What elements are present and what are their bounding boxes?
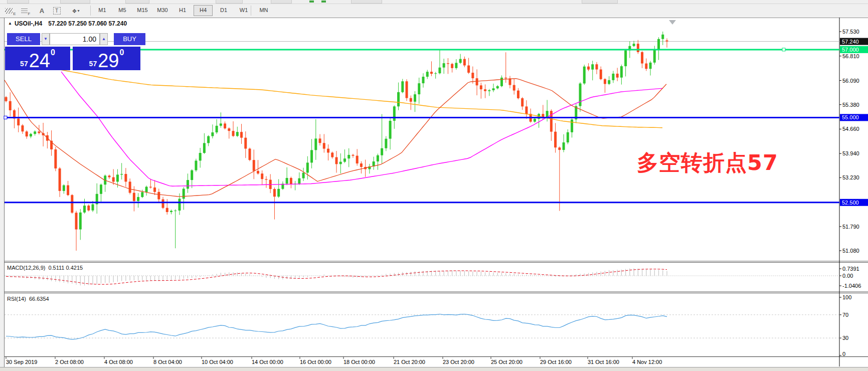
one-click-trading-panel: SELL ▼ 1.00 ▲ BUY 57 24 0 57 29 0 — [5, 29, 145, 70]
macd-values: 0.5111 0.4215 — [48, 265, 83, 271]
svg-text:53.230: 53.230 — [842, 174, 859, 180]
strip-fragment — [351, 0, 382, 4]
timeframe-button-M5[interactable]: M5 — [113, 5, 131, 15]
svg-text:0.00: 0.00 — [842, 273, 853, 279]
svg-text:2 Oct 08:00: 2 Oct 08:00 — [55, 359, 84, 365]
svg-text:51.080: 51.080 — [842, 248, 859, 254]
svg-text:18 Oct 00:00: 18 Oct 00:00 — [343, 359, 375, 365]
volume-decrease-button[interactable]: ▼ — [42, 33, 50, 45]
channels-tool-icon[interactable]: E — [4, 5, 17, 16]
svg-text:25 Oct 20:00: 25 Oct 20:00 — [491, 359, 523, 365]
sell-price-sup: 0 — [51, 48, 55, 57]
line-handle[interactable] — [4, 116, 7, 119]
svg-text:4 Nov 12:00: 4 Nov 12:00 — [632, 359, 662, 365]
svg-text:51.790: 51.790 — [842, 224, 859, 230]
svg-text:4 Oct 08:00: 4 Oct 08:00 — [104, 359, 133, 365]
svg-text:14 Oct 00:00: 14 Oct 00:00 — [252, 359, 283, 365]
strip-fragment — [582, 0, 618, 4]
svg-text:0.7391: 0.7391 — [842, 266, 859, 272]
svg-text:29 Oct 16:00: 29 Oct 16:00 — [540, 359, 572, 365]
buy-price-small: 57 — [89, 60, 97, 68]
svg-text:57.530: 57.530 — [842, 29, 859, 35]
svg-text:31 Oct 16:00: 31 Oct 16:00 — [588, 359, 619, 365]
strip-fragment — [125, 0, 149, 4]
buy-price-sup: 0 — [119, 48, 124, 57]
sell-price-small: 57 — [20, 60, 28, 68]
volume-increase-button[interactable]: ▲ — [100, 33, 108, 45]
svg-text:30: 30 — [842, 335, 848, 341]
buy-price-panel[interactable]: 57 29 0 — [73, 47, 140, 70]
timeframe-button-H1[interactable]: H1 — [173, 5, 192, 15]
svg-text:55.380: 55.380 — [842, 102, 859, 108]
sell-button[interactable]: SELL — [7, 33, 40, 45]
toolbar: E F A T ▾ M1M5M15M30H1H4D1W1MN — [0, 4, 868, 18]
macd-label: MACD(12,26,9)0.5111 0.4215 — [7, 265, 83, 271]
svg-text:-1.0406: -1.0406 — [842, 283, 861, 289]
svg-text:57.000: 57.000 — [842, 47, 859, 53]
chart-title-ohlc: 57.220 57.250 57.060 57.240 — [48, 20, 127, 27]
chart-annotation-text: 多空转折点57 — [637, 148, 778, 177]
line-handle[interactable] — [782, 48, 785, 51]
arrows-tool-icon[interactable]: ▾ — [67, 5, 84, 16]
svg-text:8 Oct 04:00: 8 Oct 04:00 — [153, 359, 182, 365]
svg-text:52.500: 52.500 — [842, 200, 859, 206]
svg-text:56.090: 56.090 — [842, 78, 859, 84]
svg-text:53.940: 53.940 — [842, 150, 859, 156]
buy-button[interactable]: BUY — [114, 33, 145, 45]
text-tool-icon[interactable]: T — [50, 5, 63, 16]
chart-title-symbol: USOil-,H4 — [15, 20, 42, 27]
strip-fragment — [60, 0, 90, 4]
text-label-tool-icon[interactable]: A — [35, 5, 48, 16]
fibonacci-tool-icon[interactable]: F — [19, 5, 32, 16]
buy-price-big: 29 — [98, 52, 119, 70]
svg-text:57.240: 57.240 — [842, 39, 859, 45]
strip-fragment-green — [309, 1, 314, 3]
symbol-marker-icon: ▲ — [8, 21, 12, 26]
toolbar-separator — [251, 6, 251, 16]
rsi-value: 66.6354 — [29, 296, 49, 302]
window-top-strip — [0, 0, 868, 4]
svg-text:70: 70 — [842, 312, 848, 318]
svg-text:30 Sep 2019: 30 Sep 2019 — [6, 359, 37, 365]
sell-price-big: 24 — [29, 52, 50, 70]
svg-text:10 Oct 04:00: 10 Oct 04:00 — [202, 359, 233, 365]
svg-text:16 Oct 00:00: 16 Oct 00:00 — [300, 359, 331, 365]
timeframe-button-M30[interactable]: M30 — [153, 5, 171, 15]
strip-fragment — [7, 0, 29, 4]
rsi-label: RSI(14)66.6354 — [7, 296, 49, 302]
timeframe-button-M15[interactable]: M15 — [133, 5, 151, 15]
svg-text:23 Oct 20:00: 23 Oct 20:00 — [443, 359, 474, 365]
svg-text:54.660: 54.660 — [842, 126, 859, 132]
strip-fragment-green — [321, 1, 326, 3]
timeframe-button-MN[interactable]: MN — [255, 5, 273, 15]
svg-text:56.810: 56.810 — [842, 53, 859, 59]
chart-title: ▲USOil-,H457.220 57.250 57.060 57.240 — [8, 20, 127, 27]
timeframe-button-W1[interactable]: W1 — [235, 5, 253, 15]
timeframe-button-M1[interactable]: M1 — [93, 5, 111, 15]
sell-price-panel[interactable]: 57 24 0 — [5, 47, 70, 70]
svg-text:55.000: 55.000 — [842, 114, 859, 120]
volume-input[interactable]: 1.00 — [50, 33, 100, 45]
strip-fragment — [216, 0, 243, 4]
timeframe-button-H4[interactable]: H4 — [194, 5, 213, 16]
svg-text:21 Oct 20:00: 21 Oct 20:00 — [394, 359, 425, 365]
timeframe-row: M1M5M15M30H1H4D1W1MN — [93, 5, 275, 16]
svg-text:100: 100 — [842, 294, 851, 300]
toolbar-separator — [90, 6, 91, 16]
svg-text:0: 0 — [842, 351, 845, 357]
window-bottom-strip — [0, 367, 868, 371]
timeframe-button-D1[interactable]: D1 — [215, 5, 233, 15]
strip-fragment — [271, 0, 292, 4]
